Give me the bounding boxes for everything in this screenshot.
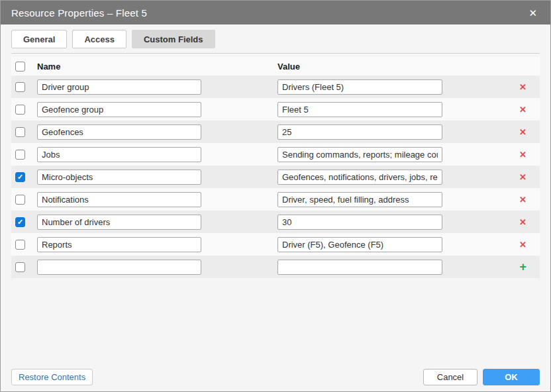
- name-input[interactable]: [37, 102, 201, 117]
- value-input[interactable]: [277, 102, 442, 117]
- dialog-titlebar: Resource Properties – Fleet 5 ✕: [1, 1, 550, 24]
- tab-custom-fields[interactable]: Custom Fields: [132, 30, 215, 48]
- name-input[interactable]: [37, 215, 201, 230]
- value-input[interactable]: [277, 147, 442, 162]
- custom-fields-table: Name Value ✕ ✕: [1, 57, 550, 278]
- table-row: ✕: [11, 121, 540, 143]
- name-column-header: Name: [37, 62, 201, 72]
- resource-properties-dialog: Resource Properties – Fleet 5 ✕ General …: [0, 0, 551, 392]
- row-checkbox[interactable]: [15, 82, 25, 92]
- row-checkbox[interactable]: [15, 240, 25, 250]
- value-input[interactable]: [277, 192, 442, 207]
- table-row: ✕: [11, 143, 540, 166]
- close-icon[interactable]: ✕: [526, 7, 540, 19]
- table-row: ✓ ✕: [11, 211, 540, 233]
- add-row-icon[interactable]: +: [519, 261, 526, 273]
- delete-row-icon[interactable]: ✕: [519, 240, 526, 249]
- name-input[interactable]: [37, 260, 201, 275]
- name-input[interactable]: [37, 147, 201, 162]
- tab-general[interactable]: General: [11, 30, 67, 48]
- row-checkbox[interactable]: [15, 127, 25, 137]
- row-checkbox[interactable]: ✓: [15, 217, 25, 227]
- table-row: ✕: [11, 233, 540, 256]
- name-input[interactable]: [37, 124, 201, 140]
- name-input[interactable]: [37, 170, 201, 185]
- delete-row-icon[interactable]: ✕: [519, 128, 526, 136]
- value-input[interactable]: [277, 170, 442, 185]
- table-row: ✓ ✕: [11, 166, 540, 188]
- row-checkbox[interactable]: [15, 150, 25, 160]
- table-header-row: Name Value: [11, 57, 540, 75]
- table-row: ✕: [11, 98, 540, 121]
- table-row: +: [11, 256, 540, 278]
- table-row: ✕: [11, 75, 540, 98]
- name-input[interactable]: [37, 79, 201, 95]
- value-column-header: Value: [277, 62, 442, 72]
- row-checkbox[interactable]: [15, 195, 25, 205]
- restore-contents-button[interactable]: Restore Contents: [11, 369, 93, 385]
- value-input[interactable]: [277, 237, 442, 252]
- name-input[interactable]: [37, 192, 201, 207]
- name-input[interactable]: [37, 237, 201, 252]
- delete-row-icon[interactable]: ✕: [519, 218, 526, 226]
- custom-fields-table-body: ✕ ✕ ✕: [11, 75, 540, 278]
- tab-bar: General Access Custom Fields: [1, 24, 550, 48]
- row-checkbox[interactable]: [15, 105, 25, 115]
- row-checkbox[interactable]: ✓: [15, 172, 25, 182]
- tab-access[interactable]: Access: [72, 30, 126, 48]
- delete-row-icon[interactable]: ✕: [519, 173, 526, 181]
- value-input[interactable]: [277, 124, 442, 140]
- delete-row-icon[interactable]: ✕: [519, 150, 526, 159]
- delete-row-icon[interactable]: ✕: [519, 105, 526, 114]
- value-input[interactable]: [277, 260, 442, 275]
- tabs-separator: [11, 53, 540, 54]
- delete-row-icon[interactable]: ✕: [519, 83, 526, 91]
- delete-row-icon[interactable]: ✕: [519, 195, 526, 204]
- select-all-checkbox[interactable]: [15, 62, 25, 72]
- row-checkbox[interactable]: [15, 262, 25, 272]
- value-input[interactable]: [277, 79, 442, 95]
- ok-button[interactable]: OK: [483, 369, 540, 385]
- dialog-title: Resource Properties – Fleet 5: [11, 7, 147, 19]
- cancel-button[interactable]: Cancel: [423, 369, 477, 385]
- table-row: ✕: [11, 188, 540, 211]
- dialog-footer: Restore Contents Cancel OK: [11, 369, 540, 385]
- value-input[interactable]: [277, 215, 442, 230]
